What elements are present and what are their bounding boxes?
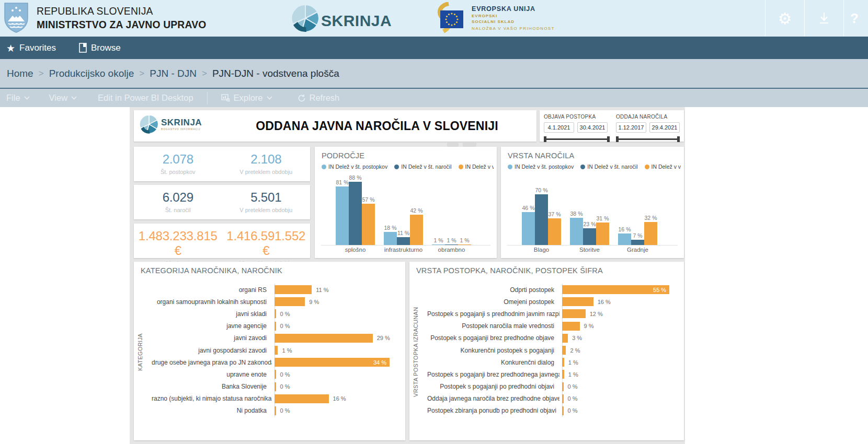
category-label[interactable]: javni zavodi	[152, 334, 272, 342]
bar[interactable]	[275, 346, 278, 355]
category-label[interactable]: javni gospodarski zavodi	[152, 347, 272, 354]
category-label[interactable]: javni skladi	[152, 310, 272, 318]
bar[interactable]	[432, 244, 445, 246]
bar[interactable]	[275, 285, 312, 294]
legend-item[interactable]: IN Delež v št. naročil	[580, 163, 637, 170]
category-label[interactable]: druge osebe javnega prava po JN zakonoda…	[152, 359, 272, 366]
bar[interactable]	[336, 186, 349, 245]
favorites-button[interactable]: ★ Favorites	[6, 42, 56, 54]
bar[interactable]	[562, 346, 566, 355]
bar[interactable]	[596, 223, 609, 245]
refresh-button[interactable]: Refresh	[298, 93, 340, 103]
bar[interactable]	[562, 322, 580, 331]
ministry-name-line1: REPUBLIKA SLOVENIJA	[37, 4, 206, 18]
bar[interactable]: 34 %	[275, 358, 390, 367]
category-label[interactable]: Postopek s pogajanji s predhodnim javnim…	[427, 310, 559, 318]
bar[interactable]	[275, 334, 373, 343]
bar[interactable]	[397, 237, 410, 245]
bar[interactable]	[275, 382, 276, 391]
bar[interactable]	[275, 297, 305, 306]
category-label[interactable]: Postopek zbiranja ponudb po predhodni ob…	[427, 407, 559, 414]
category-label[interactable]: Konkurenčni postopek s pogajanji	[427, 347, 559, 354]
category-label[interactable]: Odprti postopek	[427, 286, 559, 294]
x-axis-label[interactable]: Storitve	[570, 247, 609, 253]
bar[interactable]	[644, 222, 657, 245]
date-to-input[interactable]	[577, 122, 608, 133]
slider-handle-right[interactable]	[677, 136, 680, 142]
bar[interactable]	[445, 244, 458, 246]
bar[interactable]	[631, 240, 644, 245]
bar[interactable]	[275, 322, 276, 331]
bar[interactable]	[275, 406, 276, 415]
bar[interactable]	[384, 232, 397, 245]
breadcrumb-item-3[interactable]: PJN - DJN	[150, 68, 197, 79]
bar[interactable]	[275, 309, 276, 318]
category-label[interactable]: Banka Slovenije	[152, 383, 272, 390]
explore-menu[interactable]: Explore	[221, 93, 272, 103]
bar[interactable]	[349, 182, 362, 245]
bar[interactable]	[562, 358, 564, 367]
legend-item[interactable]: IN Delež v št. naročil	[394, 163, 451, 170]
slider-handle-left[interactable]	[616, 136, 619, 142]
category-label[interactable]: Postopek naročila male vrednosti	[427, 322, 559, 330]
bar[interactable]	[618, 233, 631, 245]
slider-track[interactable]	[544, 138, 609, 140]
category-label[interactable]: organi RS	[152, 286, 272, 294]
category-label[interactable]: javne agencije	[152, 322, 272, 330]
category-label[interactable]: Oddaja javnega naročila brez predhodne o…	[427, 395, 559, 402]
bar[interactable]	[458, 244, 471, 246]
bar[interactable]	[362, 204, 375, 245]
bar[interactable]	[583, 228, 596, 245]
bar[interactable]	[522, 212, 535, 245]
legend-item[interactable]: IN Delež v št. postopkov	[508, 163, 574, 170]
bar[interactable]: 55 %	[562, 285, 669, 294]
breadcrumb-item-2[interactable]: Produkcijsko okolje	[49, 68, 134, 79]
bar[interactable]	[275, 394, 329, 403]
browse-button[interactable]: Browse	[79, 43, 121, 53]
category-label[interactable]: Konkurenčni dialog	[427, 359, 559, 366]
file-menu[interactable]: File	[6, 93, 30, 103]
category-label[interactable]: organi samoupravnih lokalnih skupnosti	[152, 298, 272, 306]
date-from-input[interactable]	[616, 122, 646, 133]
x-axis-label[interactable]: splošno	[336, 247, 375, 253]
category-label[interactable]: Postopek s pogajanji po predhodni objavi	[427, 383, 559, 390]
slider-handle-left[interactable]	[544, 136, 546, 142]
legend-item[interactable]: IN Delež v vrednosti	[459, 163, 494, 170]
category-label[interactable]: Postopek s pogajanji brez predhodnega ja…	[427, 371, 559, 378]
bar[interactable]	[562, 406, 564, 415]
x-axis-label[interactable]: Gradnje	[618, 247, 657, 253]
focus-mode-icon[interactable]	[463, 143, 476, 147]
bar[interactable]	[275, 370, 276, 379]
date-to-input[interactable]	[649, 122, 680, 133]
date-from-input[interactable]	[544, 122, 574, 133]
category-label[interactable]: upravne enote	[152, 371, 272, 378]
legend-item[interactable]: IN Delež v št. postopkov	[322, 163, 387, 170]
bar[interactable]	[562, 297, 593, 306]
legend-item[interactable]: IN Delež v vrednosti	[645, 163, 681, 170]
category-label[interactable]: razno (subjekti, ki nimajo statusa naroč…	[152, 395, 272, 402]
bar[interactable]	[562, 309, 586, 318]
view-menu[interactable]: View	[49, 93, 77, 103]
x-axis-label[interactable]: Blago	[522, 247, 561, 253]
bar[interactable]	[562, 382, 564, 391]
x-axis-label[interactable]: infrastrukturno	[384, 247, 423, 253]
pin-visual-icon[interactable]	[447, 143, 459, 147]
category-label[interactable]: Omejeni postopek	[427, 298, 559, 306]
download-button[interactable]	[805, 11, 843, 25]
category-label[interactable]: Ni podatka	[152, 407, 272, 414]
category-label[interactable]: Postopek s pogajanji brez predhodne obja…	[427, 334, 559, 342]
bar[interactable]	[410, 215, 423, 245]
bar[interactable]	[535, 194, 548, 245]
breadcrumb-item-1[interactable]: Home	[7, 68, 33, 79]
x-axis-label[interactable]: obrambno	[432, 247, 471, 253]
slider-handle-right[interactable]	[607, 136, 610, 142]
bar[interactable]	[562, 334, 568, 343]
bar[interactable]	[570, 218, 583, 245]
slider-track[interactable]	[616, 138, 679, 140]
bar[interactable]	[562, 370, 564, 379]
bar[interactable]	[548, 218, 561, 245]
settings-button[interactable]: ⚙	[766, 9, 804, 28]
help-button[interactable]: ?	[844, 10, 868, 27]
bar[interactable]	[562, 394, 564, 403]
edit-in-desktop-button[interactable]: Edit in Power BI Desktop	[98, 93, 193, 103]
